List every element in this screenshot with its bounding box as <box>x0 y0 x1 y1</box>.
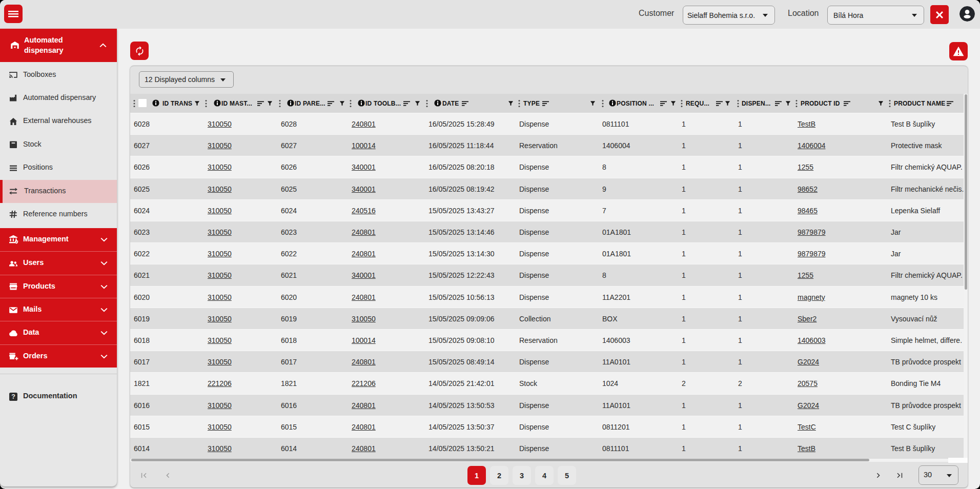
svg-text:?: ? <box>11 393 15 400</box>
